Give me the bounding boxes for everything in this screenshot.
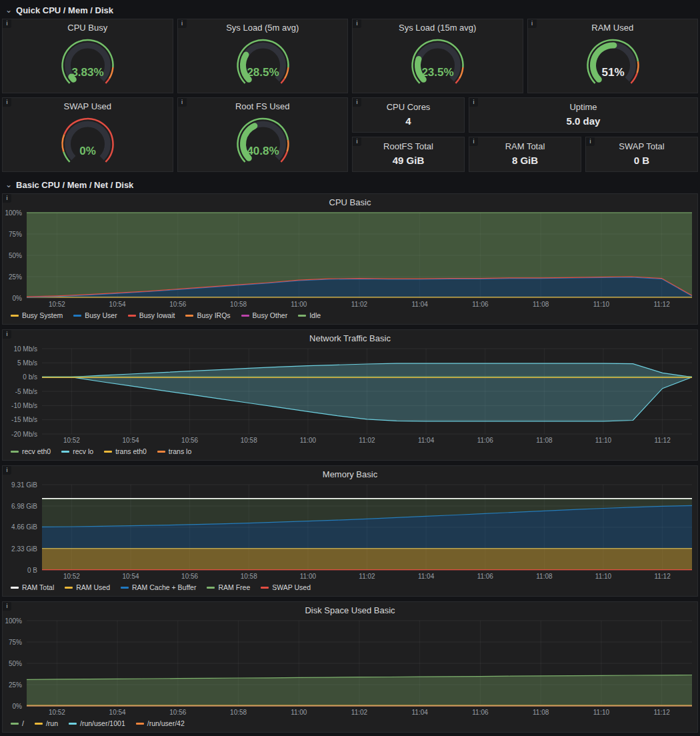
panel-title-sys-load-15m[interactable]: Sys Load (15m avg) bbox=[353, 19, 523, 34]
section-title-basic: Basic CPU / Mem / Net / Disk bbox=[16, 180, 133, 190]
svg-text:2.33 GiB: 2.33 GiB bbox=[11, 545, 37, 553]
svg-text:11:10: 11:10 bbox=[595, 437, 612, 444]
panel-title-root-fs-used[interactable]: Root FS Used bbox=[178, 98, 348, 113]
chart-disk-space-used-basic[interactable]: 10:5210:5410:5610:5811:0011:0211:0411:06… bbox=[3, 617, 697, 717]
legend-item--run-user-42[interactable]: /run/user/42 bbox=[136, 719, 185, 727]
gauge-svg: 51% bbox=[528, 34, 698, 91]
panel-title-ram-total[interactable]: RAM Total bbox=[469, 137, 581, 153]
svg-text:23.5%: 23.5% bbox=[421, 66, 453, 79]
gauge-svg: 28.5% bbox=[178, 34, 348, 91]
legend-label: SWAP Used bbox=[272, 583, 311, 591]
svg-text:75%: 75% bbox=[9, 639, 22, 646]
legend-label: /run/user/1001 bbox=[80, 719, 125, 727]
svg-text:-20 Mb/s: -20 Mb/s bbox=[11, 431, 37, 438]
panel-info-icon[interactable]: i bbox=[469, 137, 478, 146]
gauge-sys-load-15m: 23.5% bbox=[353, 34, 523, 91]
panel-sys-load-5m: i Sys Load (5m avg) 28.5% bbox=[177, 19, 349, 93]
panel-info-icon[interactable]: i bbox=[3, 19, 11, 28]
svg-text:11:00: 11:00 bbox=[291, 709, 307, 716]
legend-label: / bbox=[22, 719, 24, 727]
panel-info-icon[interactable]: i bbox=[178, 19, 187, 28]
legend-label: trans eth0 bbox=[115, 447, 147, 455]
section-header-quick[interactable]: ⌄ Quick CPU / Mem / Disk bbox=[0, 1, 700, 19]
panel-info-icon[interactable]: i bbox=[353, 98, 361, 107]
panel-title-memory-basic[interactable]: Memory Basic bbox=[3, 466, 697, 481]
legend-item-recv-lo[interactable]: recv lo bbox=[61, 447, 93, 455]
panel-info-icon[interactable]: i bbox=[528, 19, 537, 28]
panel-info-icon[interactable]: i bbox=[3, 98, 11, 107]
svg-text:50%: 50% bbox=[9, 252, 22, 259]
panel-info-icon[interactable]: i bbox=[3, 194, 11, 203]
panel-title-disk-space-used-basic[interactable]: Disk Space Used Basic bbox=[3, 602, 697, 617]
legend-item-idle[interactable]: Idle bbox=[298, 311, 321, 319]
panel-title-swap-used[interactable]: SWAP Used bbox=[3, 98, 173, 113]
panel-info-icon[interactable]: i bbox=[469, 98, 478, 107]
panel-title-cpu-basic[interactable]: CPU Basic bbox=[3, 194, 697, 209]
legend-item-ram-free[interactable]: RAM Free bbox=[207, 583, 250, 591]
panel-info-icon[interactable]: i bbox=[3, 466, 11, 475]
panel-info-icon[interactable]: i bbox=[3, 330, 11, 339]
panel-info-icon[interactable]: i bbox=[3, 602, 11, 611]
legend-item-busy-irqs[interactable]: Busy IRQs bbox=[185, 311, 230, 319]
panel-title-network-traffic-basic[interactable]: Network Traffic Basic bbox=[3, 330, 697, 345]
legend-item-recv-eth0[interactable]: recv eth0 bbox=[11, 447, 51, 455]
svg-text:11:08: 11:08 bbox=[533, 709, 549, 716]
svg-text:51%: 51% bbox=[601, 66, 624, 79]
collapse-chevron-icon: ⌄ bbox=[5, 181, 12, 188]
svg-text:11:00: 11:00 bbox=[300, 573, 317, 580]
panel-info-icon[interactable]: i bbox=[353, 137, 361, 146]
chart-network-traffic-basic[interactable]: 10:5210:5410:5610:5811:0011:0211:0411:06… bbox=[3, 345, 697, 445]
panel-root-fs-used: i Root FS Used 40.8% bbox=[177, 97, 349, 172]
legend-item--run[interactable]: /run bbox=[35, 719, 58, 727]
panel-title-cpu-cores[interactable]: CPU Cores bbox=[353, 98, 464, 114]
legend-item-ram-total[interactable]: RAM Total bbox=[11, 583, 54, 591]
legend-cpu-basic: Busy SystemBusy UserBusy IowaitBusy IRQs… bbox=[3, 309, 697, 322]
panel-cpu-cores: i CPU Cores 4 bbox=[352, 97, 465, 133]
svg-text:-5 Mb/s: -5 Mb/s bbox=[15, 388, 37, 395]
panel-info-icon[interactable]: i bbox=[353, 19, 361, 28]
collapse-chevron-icon: ⌄ bbox=[5, 7, 12, 13]
legend-item-swap-used[interactable]: SWAP Used bbox=[261, 583, 311, 591]
svg-text:11:04: 11:04 bbox=[418, 573, 435, 580]
legend-item-trans-eth0[interactable]: trans eth0 bbox=[104, 447, 147, 455]
panel-title-rootfs-total[interactable]: RootFS Total bbox=[353, 137, 464, 153]
svg-text:0%: 0% bbox=[79, 145, 96, 157]
svg-text:10:54: 10:54 bbox=[109, 709, 126, 716]
chart-cpu-basic[interactable]: 10:5210:5410:5610:5811:0011:0211:0411:06… bbox=[3, 209, 697, 309]
legend-item-ram-cache-buffer[interactable]: RAM Cache + Buffer bbox=[121, 583, 196, 591]
legend-item--[interactable]: / bbox=[11, 719, 24, 727]
panel-title-sys-load-5m[interactable]: Sys Load (5m avg) bbox=[178, 19, 348, 34]
panel-swap-total: i SWAP Total 0 B bbox=[585, 137, 698, 172]
panel-info-icon[interactable]: i bbox=[178, 98, 187, 107]
legend-item-busy-user[interactable]: Busy User bbox=[73, 311, 117, 319]
legend-item-busy-other[interactable]: Busy Other bbox=[241, 311, 288, 319]
gauge-cpu-busy: 3.83% bbox=[3, 34, 173, 91]
legend-label: recv lo bbox=[73, 447, 93, 455]
panel-title-uptime[interactable]: Uptime bbox=[469, 98, 697, 114]
legend-item-busy-system[interactable]: Busy System bbox=[11, 311, 63, 319]
section-header-basic[interactable]: ⌄ Basic CPU / Mem / Net / Disk bbox=[0, 176, 700, 193]
stat-value-ram-total: 8 GiB bbox=[469, 155, 581, 166]
legend-item--run-user-1001[interactable]: /run/user/1001 bbox=[69, 719, 125, 727]
panel-network-traffic-basic: i Network Traffic Basic 10:5210:5410:561… bbox=[2, 329, 698, 461]
chart-svg: 10:5210:5410:5610:5811:0011:0211:0411:06… bbox=[3, 209, 697, 309]
legend-item-ram-used[interactable]: RAM Used bbox=[65, 583, 110, 591]
legend-label: Busy IRQs bbox=[197, 311, 230, 319]
svg-text:5 Mb/s: 5 Mb/s bbox=[17, 359, 37, 367]
legend-swatch bbox=[128, 315, 136, 317]
panel-title-swap-total[interactable]: SWAP Total bbox=[586, 137, 697, 153]
legend-label: Busy Iowait bbox=[139, 311, 175, 319]
svg-text:25%: 25% bbox=[9, 681, 22, 689]
svg-text:100%: 100% bbox=[5, 209, 22, 217]
panel-title-ram-used[interactable]: RAM Used bbox=[528, 19, 698, 34]
legend-swatch bbox=[11, 451, 19, 453]
svg-text:11:06: 11:06 bbox=[477, 437, 494, 444]
legend-item-busy-iowait[interactable]: Busy Iowait bbox=[128, 311, 175, 319]
legend-item-trans-lo[interactable]: trans lo bbox=[157, 447, 191, 455]
svg-text:11:08: 11:08 bbox=[536, 573, 553, 580]
legend-label: Idle bbox=[309, 311, 321, 319]
panel-title-cpu-busy[interactable]: CPU Busy bbox=[3, 19, 173, 34]
svg-text:11:10: 11:10 bbox=[593, 709, 610, 716]
panel-info-icon[interactable]: i bbox=[586, 137, 595, 146]
chart-memory-basic[interactable]: 10:5210:5410:5610:5811:0011:0211:0411:06… bbox=[3, 481, 697, 581]
